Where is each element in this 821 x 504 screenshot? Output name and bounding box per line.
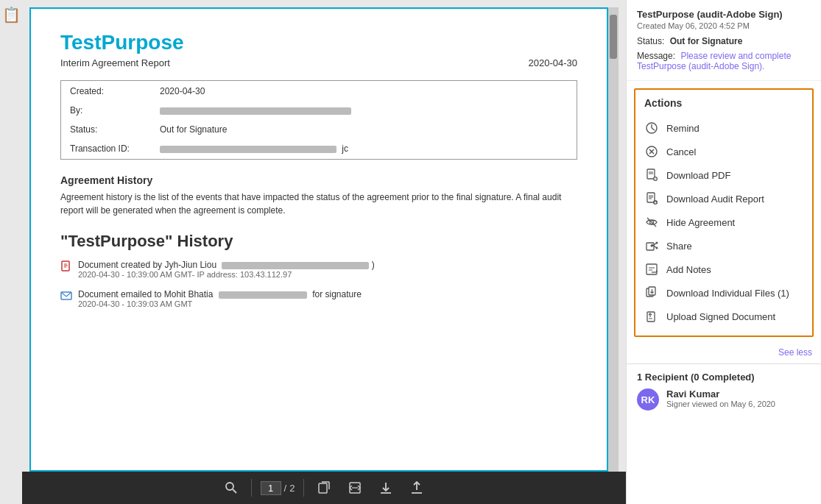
doc-subtitle: Interim Agreement Report: [60, 57, 170, 68]
svg-point-40: [656, 247, 658, 249]
recipient-avatar: RK: [637, 388, 659, 411]
table-row: By:: [63, 102, 575, 119]
history-item-created: Document created by Jyh-Jiun Liou ) 2020…: [60, 260, 577, 279]
doc-title: TestPurpose: [60, 31, 577, 54]
svg-point-41: [651, 245, 653, 247]
action-upload-signed[interactable]: Upload Signed Document: [644, 305, 803, 328]
recipient-header: 1 Recipient (0 Completed): [637, 372, 811, 383]
table-row: Created: 2020-04-30: [63, 82, 575, 100]
action-label: Hide Agreement: [666, 217, 735, 228]
action-share[interactable]: Share: [644, 234, 803, 258]
table-cell-value: 2020-04-30: [152, 82, 575, 100]
history-line: Document emailed to Mohit Bhatia for sig…: [78, 289, 362, 299]
action-label: Upload Signed Document: [666, 311, 775, 322]
table-cell-label: Status:: [63, 121, 151, 138]
action-label: Cancel: [666, 146, 696, 157]
action-label: Download Audit Report: [666, 194, 764, 205]
action-label: Add Notes: [666, 264, 711, 275]
search-icon: [225, 481, 238, 494]
upload-button[interactable]: [406, 478, 428, 497]
rp-message-row: Message: Please review and complete Test…: [637, 51, 811, 71]
toolbar-divider: [251, 479, 252, 497]
doc-emailed-icon: [60, 290, 72, 302]
svg-line-35: [647, 218, 656, 227]
toolbar: / 2: [22, 472, 626, 504]
scrollbar-thumb[interactable]: [610, 15, 617, 59]
table-cell-label: Transaction ID:: [63, 140, 151, 157]
action-label: Share: [666, 241, 692, 252]
thumbnail-panel: 📋: [0, 0, 22, 504]
table-cell-label: Created:: [63, 82, 151, 100]
hide-icon: [644, 215, 659, 230]
table-row: Status: Out for Signature: [63, 121, 575, 138]
table-cell-value: [152, 102, 575, 119]
download-audit-icon: [644, 191, 659, 206]
action-label: Download PDF: [666, 170, 730, 181]
recipient-name: Ravi Kumar: [666, 388, 775, 400]
action-download-files[interactable]: Download Individual Files (1): [644, 281, 803, 305]
svg-point-39: [656, 242, 658, 244]
redacted-content: [160, 146, 336, 153]
action-hide[interactable]: Hide Agreement: [644, 210, 803, 234]
svg-rect-36: [646, 243, 654, 250]
agreement-history-title: Agreement History: [60, 174, 577, 186]
action-download-pdf[interactable]: Download PDF: [644, 163, 803, 187]
actions-box: Actions Remind Cancel: [634, 88, 814, 337]
toolbar-divider: [303, 479, 304, 497]
fit-width-button[interactable]: [344, 478, 366, 497]
message-label: Message:: [637, 51, 675, 61]
recipient-item: RK Ravi Kumar Signer viewed on May 6, 20…: [637, 388, 811, 411]
history-item-emailed: Document emailed to Mohit Bhatia for sig…: [60, 289, 577, 308]
upload-signed-icon: [644, 309, 659, 324]
rp-header: TestPurpose (audit-Adobe Sign) Created M…: [627, 0, 821, 81]
doc-container: TestPurpose Interim Agreement Report 202…: [22, 0, 626, 472]
table-cell-value: Out for Signature: [152, 121, 575, 138]
doc-date: 2020-04-30: [529, 57, 578, 68]
history-content-emailed: Document emailed to Mohit Bhatia for sig…: [78, 289, 362, 308]
download-pdf-icon: [644, 168, 659, 182]
svg-line-6: [233, 489, 236, 493]
cancel-icon: [644, 144, 659, 159]
doc-created-icon: [60, 260, 72, 272]
fit-page-icon: [317, 481, 331, 494]
doc-thumb-icon: 📋: [2, 6, 21, 24]
action-label: Remind: [666, 123, 700, 134]
see-less-link[interactable]: See less: [627, 344, 821, 363]
svg-point-5: [226, 483, 233, 490]
svg-line-18: [652, 128, 655, 130]
table-cell-label: By:: [63, 102, 151, 119]
fit-width-icon: [348, 481, 362, 494]
rp-doc-title: TestPurpose (audit-Adobe Sign): [637, 9, 811, 20]
agreement-history-text: Agreement history is the list of the eve…: [60, 191, 577, 217]
redacted-bar: [219, 291, 307, 299]
recipient-info: Ravi Kumar Signer viewed on May 6, 2020: [666, 388, 775, 408]
notes-icon: [644, 262, 659, 277]
recipient-viewed: Signer viewed on May 6, 2020: [666, 400, 775, 408]
action-remind[interactable]: Remind: [644, 116, 803, 140]
right-panel: TestPurpose (audit-Adobe Sign) Created M…: [626, 0, 821, 504]
svg-rect-50: [647, 312, 655, 322]
redacted-bar: [222, 262, 369, 269]
doc-info-table: Created: 2020-04-30 By: Status: Out for …: [60, 80, 577, 160]
action-cancel[interactable]: Cancel: [644, 140, 803, 163]
doc-page: TestPurpose Interim Agreement Report 202…: [29, 7, 608, 472]
history-content-created: Document created by Jyh-Jiun Liou ) 2020…: [78, 260, 375, 279]
history-heading: "TestPurpose" History: [60, 232, 577, 251]
table-cell-value: jc: [152, 140, 575, 157]
main-area: TestPurpose Interim Agreement Report 202…: [22, 0, 626, 504]
action-download-audit[interactable]: Download Audit Report: [644, 187, 803, 210]
download-button[interactable]: [375, 478, 397, 497]
scrollbar[interactable]: [608, 7, 619, 472]
history-date: 2020-04-30 - 10:39:00 AM GMT- IP address…: [78, 270, 375, 279]
history-date: 2020-04-30 - 10:39:03 AM GMT: [78, 299, 362, 308]
recipient-section: 1 Recipient (0 Completed) RK Ravi Kumar …: [627, 363, 821, 418]
svg-rect-7: [319, 483, 327, 493]
search-button[interactable]: [220, 478, 242, 497]
download-files-icon: [644, 285, 659, 300]
rp-created: Created May 06, 2020 4:52 PM: [637, 21, 811, 30]
action-notes[interactable]: Add Notes: [644, 258, 803, 281]
status-label: Status:: [637, 36, 664, 46]
fit-page-button[interactable]: [313, 478, 335, 497]
page-number-input[interactable]: [261, 481, 281, 495]
page-indicator: / 2: [261, 481, 295, 495]
